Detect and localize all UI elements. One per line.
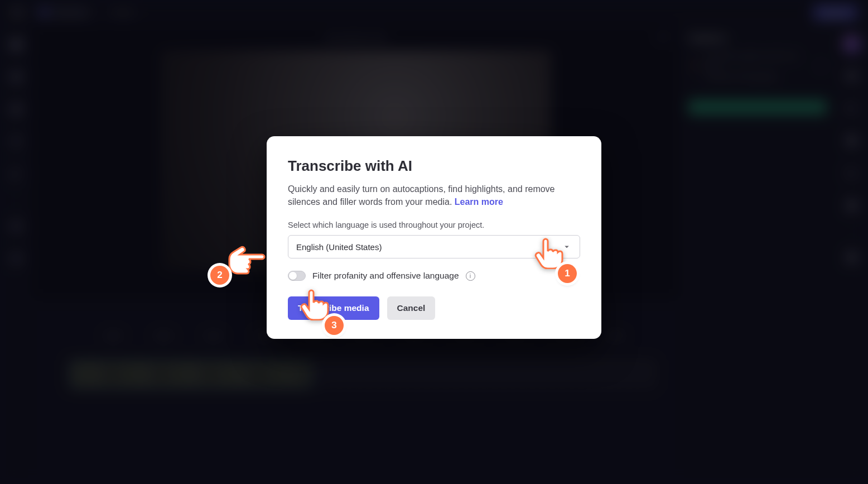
filter-profanity-toggle[interactable] [288, 271, 306, 281]
transcribe-modal: Transcribe with AI Quickly and easily tu… [267, 136, 601, 339]
cancel-button[interactable]: Cancel [387, 296, 436, 320]
modal-lead-text: Quickly and easily turn on autocaptions,… [288, 183, 580, 208]
transcribe-media-button[interactable]: Transcribe media [288, 296, 379, 320]
language-select-value: English (United States) [296, 242, 382, 252]
filter-profanity-label: Filter profanity and offensive language [312, 271, 459, 281]
chevron-down-icon [562, 242, 572, 252]
language-select-label: Select which language is used throughout… [288, 221, 580, 229]
modal-title: Transcribe with AI [288, 157, 580, 175]
info-icon[interactable]: i [466, 271, 475, 281]
language-select[interactable]: English (United States) [288, 235, 580, 258]
learn-more-link[interactable]: Learn more [455, 197, 503, 207]
